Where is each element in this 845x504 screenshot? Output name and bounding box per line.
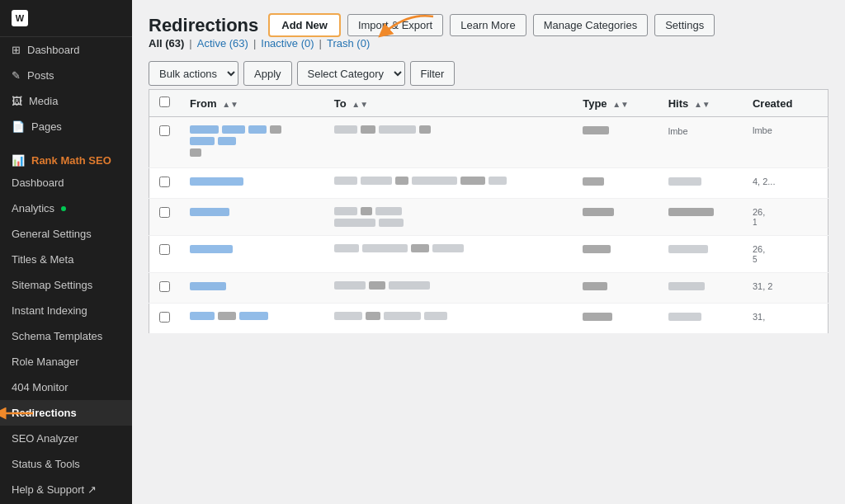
- select-all-checkbox[interactable]: [159, 97, 170, 107]
- to-cell: [324, 117, 574, 168]
- table-row: lmbe lmbe: [149, 117, 828, 168]
- to-text-block: [334, 312, 362, 320]
- table-row: 26,5: [149, 236, 828, 273]
- sidebar-item-label: Dashboard: [27, 44, 80, 56]
- hits-cell: lmbe: [659, 117, 743, 168]
- sidebar-item-analytics[interactable]: Analytics: [0, 195, 132, 221]
- to-cell: [324, 304, 574, 334]
- created-cell: 31,: [743, 304, 828, 334]
- to-text-block: [432, 244, 464, 252]
- filter-inactive[interactable]: Inactive (0): [261, 37, 314, 49]
- sidebar-item-posts[interactable]: ✎ Posts: [0, 63, 132, 88]
- filter-active[interactable]: Active (63): [197, 37, 248, 49]
- from-text-block: [239, 312, 268, 320]
- hits-value: [668, 313, 701, 321]
- learn-more-button[interactable]: Learn More: [450, 14, 526, 36]
- filter-all[interactable]: All (63): [149, 37, 184, 49]
- from-sort-icon: ▲▼: [222, 100, 238, 109]
- filter-button[interactable]: Filter: [410, 61, 456, 86]
- type-text-block: [583, 313, 612, 321]
- settings-button[interactable]: Settings: [654, 14, 715, 36]
- row-checkbox[interactable]: [159, 281, 170, 292]
- hits-value: lmbe: [668, 126, 688, 136]
- select-category-select[interactable]: Select Category: [297, 61, 405, 86]
- analytics-dot: [61, 206, 66, 211]
- to-cell: [324, 273, 574, 304]
- hits-value: [668, 208, 714, 216]
- from-text-block: [218, 137, 236, 145]
- filter-trash[interactable]: Trash (0): [327, 37, 370, 49]
- to-text-block: [361, 125, 375, 134]
- created-cell: 31, 2: [743, 273, 828, 304]
- hits-column-header[interactable]: Hits ▲▼: [659, 90, 743, 117]
- to-cell: [324, 199, 574, 236]
- filter-separator-2: |: [253, 37, 256, 49]
- add-new-button[interactable]: Add New: [268, 13, 341, 37]
- type-cell: [573, 168, 659, 199]
- type-cell: [573, 117, 659, 168]
- posts-icon: ✎: [12, 69, 21, 82]
- dashboard-icon: ⊞: [12, 44, 21, 56]
- row-checkbox[interactable]: [159, 177, 170, 187]
- sidebar-item-dashboard[interactable]: ⊞ Dashboard: [0, 37, 132, 63]
- from-text-block: [190, 312, 215, 320]
- manage-categories-button[interactable]: Manage Categories: [533, 14, 648, 36]
- row-checkbox[interactable]: [159, 244, 170, 255]
- to-column-header[interactable]: To ▲▼: [324, 90, 574, 117]
- from-column-header[interactable]: From ▲▼: [180, 90, 324, 117]
- to-text-block: [334, 125, 357, 134]
- row-checkbox[interactable]: [159, 125, 170, 136]
- type-text-block: [583, 245, 611, 253]
- rank-math-seo-section[interactable]: 📊 Rank Math SEO: [0, 146, 132, 170]
- type-text-block: [583, 208, 614, 216]
- sidebar-item-general-settings[interactable]: General Settings: [0, 221, 132, 247]
- from-cell: [180, 236, 324, 273]
- type-column-header[interactable]: Type ▲▼: [573, 90, 659, 117]
- sidebar-item-label: Role Manager: [12, 356, 79, 368]
- type-cell: [573, 273, 659, 304]
- filter-row: Bulk actions Apply Select Category Filte…: [132, 54, 845, 89]
- created-cell: lmbe: [743, 117, 828, 168]
- row-checkbox[interactable]: [159, 312, 170, 323]
- created-cell: 26,1: [743, 199, 828, 236]
- table-row: 26,1: [149, 199, 828, 236]
- type-cell: [573, 236, 659, 273]
- to-text-block: [334, 244, 359, 252]
- created-column-header[interactable]: Created: [743, 90, 828, 117]
- sidebar-item-instant-indexing[interactable]: Instant Indexing: [0, 298, 132, 323]
- sidebar-item-help-support[interactable]: Help & Support ↗: [0, 477, 132, 502]
- to-text-block: [395, 177, 408, 185]
- from-cell: [180, 117, 324, 168]
- topbar: Redirections Add New Import & Export Lea…: [132, 0, 845, 37]
- to-text-block: [424, 312, 447, 320]
- to-text-block: [361, 177, 392, 185]
- from-text-block: [218, 312, 236, 320]
- sidebar-item-schema-templates[interactable]: Schema Templates: [0, 323, 132, 349]
- created-value: lmbe: [753, 125, 772, 135]
- bulk-actions-select[interactable]: Bulk actions: [149, 61, 238, 86]
- apply-button[interactable]: Apply: [243, 61, 292, 86]
- sidebar-item-404-monitor[interactable]: 404 Monitor: [0, 374, 132, 400]
- sidebar-item-pages[interactable]: 📄 Pages: [0, 114, 132, 139]
- sidebar-item-label: 404 Monitor: [12, 381, 68, 393]
- sidebar-item-rm-dashboard[interactable]: Dashboard: [0, 170, 132, 195]
- sidebar-item-status-tools[interactable]: Status & Tools: [0, 451, 132, 477]
- to-text-block: [366, 312, 380, 320]
- sidebar-item-label: Dashboard: [12, 177, 64, 189]
- sidebar-item-role-manager[interactable]: Role Manager: [0, 349, 132, 374]
- sidebar-item-redirections[interactable]: Redirections: [0, 400, 132, 426]
- from-text-block: [190, 177, 243, 186]
- row-checkbox-cell: [149, 199, 181, 236]
- hits-value: [668, 282, 705, 290]
- type-text-block: [583, 282, 607, 290]
- import-export-button[interactable]: Import & Export: [347, 14, 443, 36]
- to-label: To: [334, 97, 347, 110]
- sidebar-item-titles-meta[interactable]: Titles & Meta: [0, 247, 132, 272]
- sidebar-item-media[interactable]: 🖼 Media: [0, 88, 132, 114]
- to-cell: [324, 236, 574, 273]
- hits-cell: [659, 236, 743, 273]
- sidebar-item-sitemap-settings[interactable]: Sitemap Settings: [0, 272, 132, 298]
- row-checkbox[interactable]: [159, 207, 170, 218]
- rank-math-label: Rank Math SEO: [31, 154, 111, 167]
- sidebar-item-seo-analyzer[interactable]: SEO Analyzer: [0, 426, 132, 451]
